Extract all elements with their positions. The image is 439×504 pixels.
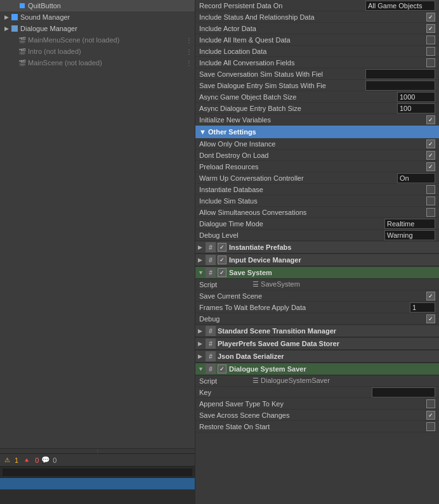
prop-include-status: Include Status And Relationship Data	[195, 11, 439, 23]
field-save-diag-sim[interactable]	[365, 81, 435, 91]
prop-include-conv-fields: Include All Conversation Fields	[195, 57, 439, 68]
field-frames-to-wait[interactable]: 1	[410, 302, 435, 313]
prop-value	[426, 58, 435, 67]
field-async-go-batch[interactable]: 1000	[397, 92, 435, 102]
expand-arrow: ▶	[3, 13, 10, 21]
prop-label: Debug Level	[199, 231, 384, 239]
checkbox-save-current-scene[interactable]	[426, 292, 435, 300]
dots-button[interactable]: ⋮	[186, 60, 195, 67]
dropdown-record[interactable]: All Game Objects	[365, 1, 435, 11]
checkbox-include-sim-status[interactable]	[426, 197, 435, 205]
dots-button[interactable]: ⋮	[186, 48, 195, 55]
prop-save-conv-sim: Save Conversation Sim Status With Fiel	[195, 68, 439, 80]
script-value[interactable]: ☰ DialogueSystemSaver	[252, 377, 330, 385]
hierarchy-item-sound-manager[interactable]: ▶ Sound Manager	[0, 11, 195, 23]
prop-label: Save Across Scene Changes	[199, 411, 426, 419]
checkbox-restore-state[interactable]	[426, 422, 435, 431]
component-checkbox-save-system[interactable]	[218, 268, 226, 277]
component-header-dialogue-system-saver[interactable]: ▼ # Dialogue System Saver	[195, 363, 439, 375]
dropdown-time-mode[interactable]: Realtime	[384, 219, 435, 229]
checkbox-include-conv-fields[interactable]	[426, 58, 435, 67]
checkbox-include-item-quest[interactable]	[426, 36, 435, 44]
hierarchy-item-intro[interactable]: 🎬 Intro (not loaded) ⋮	[0, 46, 195, 57]
console-selected-row[interactable]	[0, 478, 195, 489]
item-label: MainScene (not loaded)	[28, 59, 102, 67]
top-properties-section: Record Persistent Data On All Game Objec…	[195, 0, 439, 126]
prop-label: Allow Simultaneous Conversations	[199, 209, 426, 216]
prop-script-save-system: Script ☰ SaveSystem	[195, 279, 439, 290]
prop-label: Append Saver Type To Key	[199, 400, 426, 408]
component-header-instantiate-prefabs[interactable]: ▶ # Instantiate Prefabs	[195, 241, 439, 254]
checkbox-debug-save-system[interactable]	[426, 314, 435, 323]
dots-button[interactable]: ⋮	[186, 37, 195, 44]
right-panel: Record Persistent Data On All Game Objec…	[195, 0, 439, 504]
hierarchy-item-main-scene[interactable]: 🎬 MainScene (not loaded) ⋮	[0, 57, 195, 68]
prop-record-persistent: Record Persistent Data On All Game Objec…	[195, 0, 439, 11]
other-settings-header[interactable]: ▼ Other Settings	[195, 126, 439, 138]
expand-arrow-icon: ▶	[198, 340, 206, 347]
checkbox-preload-resources[interactable]	[426, 162, 435, 171]
warn-count: 1	[15, 456, 18, 464]
save-system-properties: Script ☰ SaveSystem Save Current Scene F…	[195, 279, 439, 325]
console-input[interactable]	[3, 468, 192, 476]
prop-value	[426, 292, 435, 300]
checkbox-save-across-scenes[interactable]	[426, 411, 435, 420]
prop-debug-save-system: Debug	[195, 313, 439, 325]
prop-append-saver-type: Append Saver Type To Key	[195, 398, 439, 410]
component-checkbox-dialogue-system-saver[interactable]	[218, 365, 226, 373]
prop-label: Warm Up Conversation Controller	[199, 174, 397, 182]
checkbox-dont-destroy[interactable]	[426, 151, 435, 160]
other-settings-section: Allow Only One Instance Dont Destroy On …	[195, 138, 439, 241]
prop-value	[426, 139, 435, 148]
prop-include-sim-status: Include Sim Status	[195, 195, 439, 207]
prop-value: Realtime	[384, 219, 435, 229]
checkbox-append-saver-type[interactable]	[426, 399, 435, 408]
component-checkbox-input-device-manager[interactable]	[218, 255, 226, 264]
dropdown-debug-level[interactable]: Warning	[384, 230, 435, 240]
prop-value	[426, 115, 435, 124]
hierarchy-item-main-menu-scene[interactable]: 🎬 MainMenuScene (not loaded) ⋮	[0, 34, 195, 46]
field-key-dialogue[interactable]	[372, 387, 435, 397]
scene-icon: 🎬	[18, 47, 27, 56]
expand-arrow	[10, 2, 18, 10]
prop-include-location: Include Location Data	[195, 46, 439, 57]
checkbox-include-location[interactable]	[426, 47, 435, 56]
checkbox-allow-simultaneous[interactable]	[426, 208, 435, 217]
component-header-json-data-serializer[interactable]: ▶ # Json Data Serializer	[195, 350, 439, 363]
checkbox-include-status[interactable]	[426, 13, 435, 22]
prop-value	[426, 151, 435, 160]
script-label: Script	[199, 377, 250, 385]
hierarchy-item-quit-button[interactable]: QuitButton	[0, 0, 195, 11]
component-label: Input Device Manager	[229, 256, 301, 264]
prop-label: Async Game Object Batch Size	[199, 93, 397, 101]
field-async-diag-batch[interactable]: 100	[397, 103, 435, 113]
component-header-playerprefs[interactable]: ▶ # PlayerPrefs Saved Game Data Storer	[195, 337, 439, 350]
checkbox-include-actor[interactable]	[426, 24, 435, 33]
script-value[interactable]: ☰ SaveSystem	[252, 280, 300, 288]
prop-value	[426, 208, 435, 217]
component-header-save-system[interactable]: ▼ # Save System	[195, 266, 439, 279]
hierarchy-item-dialogue-manager[interactable]: ▶ Dialogue Manager	[0, 23, 195, 34]
expand-arrow-icon: ▶	[198, 328, 206, 334]
component-header-input-device-manager[interactable]: ▶ # Input Device Manager	[195, 254, 439, 266]
prop-async-diag-batch: Async Dialogue Entry Batch Size 100	[195, 103, 439, 114]
dropdown-warm-up[interactable]: On	[397, 173, 435, 183]
field-save-conv-sim[interactable]	[365, 69, 435, 79]
component-label: Dialogue System Saver	[229, 365, 306, 373]
prop-allow-simultaneous: Allow Simultaneous Conversations	[195, 207, 439, 218]
prop-value	[365, 69, 435, 79]
component-header-standard-scene-transition[interactable]: ▶ # Standard Scene Transition Manager	[195, 325, 439, 337]
prop-label: Allow Only One Instance	[199, 140, 426, 148]
resize-handle[interactable]: ⋮	[0, 448, 195, 453]
component-checkbox-instantiate-prefabs[interactable]	[218, 243, 226, 252]
checkbox-instantiate-db[interactable]	[426, 185, 435, 194]
prop-value: 1000	[397, 92, 435, 102]
checkbox-init-new-vars[interactable]	[426, 115, 435, 124]
cube-icon	[10, 13, 19, 22]
expand-arrow	[10, 59, 18, 67]
component-label: Json Data Serializer	[218, 352, 284, 360]
script-label: Script	[199, 281, 250, 288]
item-label: Dialogue Manager	[20, 25, 77, 32]
prop-value	[426, 314, 435, 323]
checkbox-one-instance[interactable]	[426, 139, 435, 148]
